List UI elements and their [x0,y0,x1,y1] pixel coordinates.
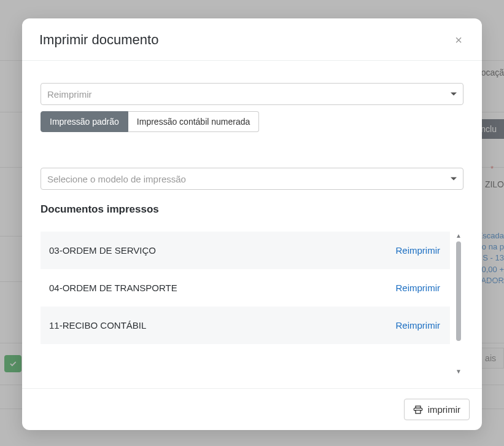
template-select-placeholder: Selecione o modelo de impressão [47,174,186,184]
reprint-select[interactable]: Reimprimir [41,83,463,105]
print-mode-toggle: Impressão padrão Impressão contábil nume… [41,111,463,132]
close-button[interactable]: × [452,34,465,46]
documents-list: 03-ORDEM DE SERVIÇO Reimprimir 04-ORDEM … [41,232,450,376]
document-name: 11-RECIBO CONTÁBIL [49,320,146,331]
print-document-modal: Imprimir documento × Reimprimir Impressã… [22,18,482,430]
modal-header: Imprimir documento × [22,18,482,61]
scrollbar-thumb[interactable] [456,241,461,341]
print-button-label: imprimir [428,404,460,415]
modal-footer: imprimir [22,388,482,430]
scrollbar-track[interactable] [456,241,461,366]
list-item: 03-ORDEM DE SERVIÇO Reimprimir [41,232,450,269]
tab-impressao-padrao[interactable]: Impressão padrão [41,111,128,132]
reprint-select-placeholder: Reimprimir [47,89,92,100]
svg-rect-1 [416,410,421,413]
reprint-button[interactable]: Reimprimir [396,320,441,331]
chevron-down-icon [451,178,457,181]
documents-heading: Documentos impressos [41,203,463,216]
printer-icon [413,405,423,415]
chevron-down-icon [451,93,457,96]
scrollbar[interactable]: ▲ ▼ [454,232,463,376]
modal-body: Reimprimir Impressão padrão Impressão co… [22,61,482,388]
reprint-button[interactable]: Reimprimir [396,245,441,256]
scroll-up-icon[interactable]: ▲ [456,233,462,239]
template-select[interactable]: Selecione o modelo de impressão [41,168,463,190]
reprint-button[interactable]: Reimprimir [396,283,441,293]
document-name: 04-ORDEM DE TRANSPORTE [49,283,177,293]
tab-impressao-contabil[interactable]: Impressão contábil numerada [128,111,259,132]
print-button[interactable]: imprimir [404,399,470,420]
documents-list-container: 03-ORDEM DE SERVIÇO Reimprimir 04-ORDEM … [41,232,463,376]
modal-title: Imprimir documento [39,32,158,48]
scroll-down-icon[interactable]: ▼ [456,369,462,375]
document-name: 03-ORDEM DE SERVIÇO [49,245,156,256]
list-item: 11-RECIBO CONTÁBIL Reimprimir [41,307,450,344]
list-item: 04-ORDEM DE TRANSPORTE Reimprimir [41,269,450,307]
